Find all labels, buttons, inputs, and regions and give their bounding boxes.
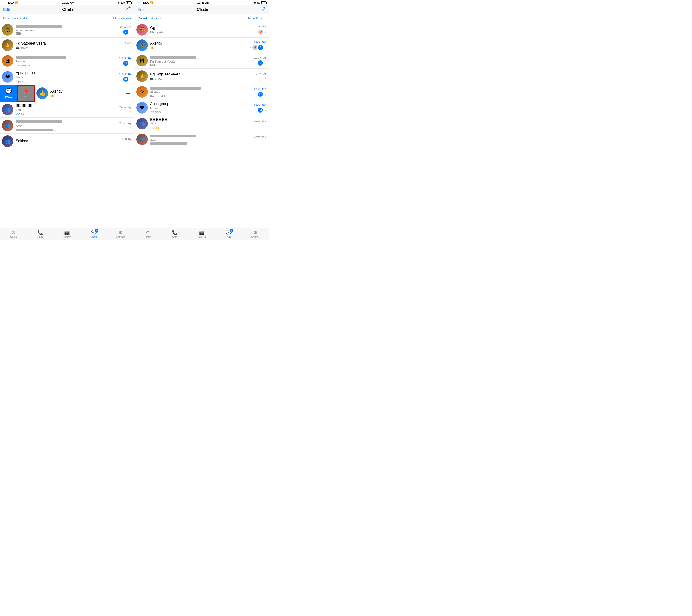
tab-settings-left[interactable]: ⚙ Settings — [107, 230, 134, 238]
avatar-right-1: 👫 — [136, 24, 148, 36]
chat-item-left-5-swipe[interactable]: 💬 Read 📌 Pin 👍 Akshay 👍 — [0, 85, 134, 102]
chat-info-left-2: Pg Satpreet Veera 📷 photo — [16, 41, 120, 49]
chevron-right-7: › — [265, 124, 266, 128]
tab-calls-right[interactable]: 📞 Calls — [161, 230, 188, 238]
status-right-left: ⊕ 10% — [118, 1, 131, 4]
preview-text-left-2: photo — [20, 46, 28, 49]
status-label-left: Status — [10, 236, 17, 238]
chat-name-right-5 — [150, 86, 252, 90]
new-group-right[interactable]: New Group — [248, 16, 265, 20]
chat-info-right-8: Amit: — [150, 134, 252, 145]
tab-status-right[interactable]: ⊙ Status — [134, 230, 161, 238]
chat-item-right-5[interactable]: 🏜 Akshay: Kaunsa dslr Yesterday 12 — [134, 84, 269, 100]
compose-button-right[interactable] — [260, 6, 265, 13]
chat-name-left-2: Pg Satpreet Veera — [16, 41, 120, 45]
avatar-left-7: 👥 — [2, 120, 14, 131]
chat-meta-left-7: Yesterday › — [117, 122, 131, 130]
tab-chats-right[interactable]: 💬 4 Chats — [215, 230, 242, 238]
chat-preview2-right-6: Yippieee — [150, 110, 252, 114]
chat-item-left-1[interactable]: 🖼 Pg Satpreet Veera: GIF 10:17 AM 2 — [0, 22, 134, 38]
chat-item-left-7[interactable]: 👥 Amit: ... Yesterday › — [0, 118, 134, 133]
chat-item-left-2[interactable]: 🙏 Pg Satpreet Veera 📷 photo 7:15 AM › — [0, 38, 134, 53]
chat-name-left-3 — [16, 55, 117, 59]
chats-label-right: Chats — [225, 236, 231, 238]
compose-button-left[interactable] — [126, 6, 131, 13]
chat-item-left-8[interactable]: 👥 Sekhon Sunday › — [0, 133, 134, 149]
chat-preview-right-5: Akshay: — [150, 90, 252, 94]
chat-meta-left-8: Sunday › — [121, 137, 131, 145]
chevron-right-3: › — [265, 61, 266, 65]
time-left-4: Yesterday — [119, 72, 131, 76]
camera-icon-r4: 📷 — [150, 77, 154, 80]
chat-list-left: 🖼 Pg Satpreet Veera: GIF 10:17 AM 2 — [0, 22, 134, 228]
chat-name-left-7 — [16, 120, 117, 124]
panel-left: ••••• IDEA 📶 10:28 AM ⊕ 10% Edit Chats — [0, 0, 134, 240]
tab-camera-right[interactable]: 📷 Camera — [188, 230, 215, 238]
chat-item-right-2[interactable]: 🦋 Akshay 👍 Yesterday → 📌 2 › — [134, 38, 269, 53]
chat-item-right-4[interactable]: 🙏 Pg Satpreet Veera 📷 photo 7:15 AM › — [134, 68, 269, 84]
edit-button-right[interactable]: Edit — [138, 7, 145, 12]
broadcast-bar-right: Broadcast Lists New Group — [134, 14, 269, 22]
chat-item-right-3[interactable]: 🖼 Pg Satpreet Veera: GIF 10:17 AM 2 — [134, 53, 269, 68]
tab-settings-right[interactable]: ⚙ Settings — [242, 230, 269, 238]
avatar-right-2: 🦋 — [136, 39, 148, 51]
chat-meta-left-3: Yesterday 12 › — [117, 56, 131, 66]
broadcast-lists-right[interactable]: Broadcast Lists — [138, 16, 161, 20]
tab-status-left[interactable]: ⊙ Status — [0, 230, 27, 238]
avatar-right-3: 🖼 — [136, 55, 148, 66]
chat-info-left-7: Amit: ... — [16, 120, 117, 131]
broadcast-lists-left[interactable]: Broadcast Lists — [3, 16, 27, 20]
chat-name-left-8: Sekhon — [16, 139, 121, 143]
preview-text-right-7: 🙌 — [155, 126, 159, 130]
avatar-right-5: 🏜 — [136, 86, 148, 98]
chat-item-left-4[interactable]: ❤ Apna group Mona: Yippieee Yesterday 34 — [0, 69, 134, 85]
chat-preview-right-3: Pg Satpreet Veera: — [150, 60, 253, 63]
read-action-button[interactable]: 💬 Read — [0, 85, 17, 102]
chevron-right-8: › — [265, 140, 266, 144]
settings-icon-left: ⚙ — [118, 230, 123, 235]
time-right-7: Yesterday — [254, 120, 266, 123]
preview-text-left-3: Kaunsa dslr — [16, 63, 31, 67]
chat-preview-right-7: You: — [150, 122, 252, 126]
time-left-2: 7:15 AM — [121, 41, 131, 44]
sender-right-5: Akshay: — [150, 90, 161, 94]
chat-preview-left-7: Amit: — [16, 124, 117, 128]
sender-left-6: You: — [16, 108, 22, 112]
chat-item-right-7[interactable]: 👥 BE BE BE You: ✓✓ 🙌 Yesterday › — [134, 116, 269, 132]
chevron-left-6: › — [130, 110, 131, 114]
edit-button-left[interactable]: Edit — [3, 7, 10, 12]
ellipsis-7: ... — [53, 128, 56, 131]
tab-calls-left[interactable]: 📞 Calls — [27, 230, 53, 238]
time-right-2: Yesterday — [254, 40, 266, 43]
chevron-left-7: › — [130, 126, 131, 130]
sender-left-7: Amit: — [16, 124, 23, 128]
chat-item-right-6[interactable]: ❤ Apna group Mona: Yippieee Yesterday 34 — [134, 100, 269, 116]
pin-badge-r2: 📌 — [252, 45, 257, 50]
chat-item-right-8[interactable]: 👥 Amit: Yesterday › — [134, 132, 269, 147]
badge-right-3: 2 — [258, 60, 263, 65]
avatar-akshay: 👍 — [37, 87, 48, 99]
chat-preview-left-4: Mona: — [16, 76, 117, 79]
chat-name-right-3 — [150, 55, 253, 59]
chat-item-left-3[interactable]: 🏜 Akshay: Kaunsa dslr Yesterday 12 — [0, 53, 134, 69]
time-left-3: Yesterday — [119, 56, 131, 60]
chat-name-akshay: Akshay — [50, 89, 123, 93]
chat-preview-left-3: Akshay: — [16, 60, 117, 63]
chat-meta-right-5: Yesterday 12 › — [252, 87, 266, 97]
chat-preview2-left-7: ... — [16, 128, 117, 131]
badge-right-5: 12 — [258, 91, 263, 97]
tab-camera-left[interactable]: 📷 Camera — [53, 230, 80, 238]
tab-chats-left[interactable]: 💬 4 Chats — [81, 230, 107, 238]
avatar-left-1: 🖼 — [2, 24, 14, 36]
blurred-name-r3 — [150, 56, 196, 59]
chevron-left-1: › — [130, 30, 131, 34]
new-group-left[interactable]: New Group — [113, 16, 131, 20]
status-bar-left: ••••• IDEA 📶 10:28 AM ⊕ 10% — [0, 0, 134, 5]
compose-icon-right — [260, 6, 265, 12]
chat-item-left-6[interactable]: 👥 BE BE BE You: ✓✓ 🙌 Yesterday › — [0, 102, 134, 118]
calls-icon-left: 📞 — [37, 230, 43, 235]
pin-action-button[interactable]: 📌 Pin — [17, 85, 35, 102]
camera-icon-right: 📷 — [199, 230, 204, 235]
blurred-name-r5 — [150, 87, 201, 89]
chat-item-right-1[interactable]: 👫 Gg Bht zyada Sunday → 📌 › — [134, 22, 269, 38]
